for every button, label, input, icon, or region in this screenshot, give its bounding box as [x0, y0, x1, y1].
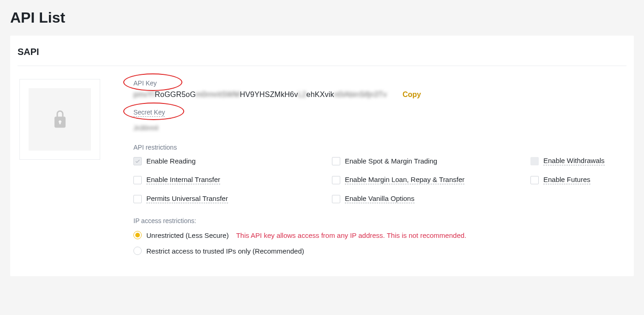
lock-icon [52, 108, 68, 131]
restriction-label: Permits Universal Transfer [146, 194, 228, 203]
restriction-checkbox[interactable]: Enable Margin Loan, Repay & Transfer [332, 176, 530, 184]
api-key-seg: ehKXvik [307, 91, 334, 98]
restriction-label: Enable Withdrawals [543, 157, 605, 165]
restriction-label: Enable Spot & Margin Trading [345, 157, 437, 165]
checkbox-icon [332, 195, 340, 203]
restrictions-title: API restrictions [133, 144, 626, 151]
api-key-seg: L2 [298, 91, 306, 98]
ip-option-label: Unrestricted (Less Secure) [146, 231, 229, 239]
ip-option-restricted[interactable]: Restrict access to trusted IPs only (Rec… [133, 247, 626, 255]
restriction-checkbox: Enable Withdrawals [530, 157, 626, 165]
page-title: API List [0, 0, 644, 36]
api-key-seg: pmvYI [133, 91, 155, 98]
api-name: SAPI [18, 47, 626, 66]
radio-selected-icon [133, 231, 142, 239]
radio-icon [133, 247, 142, 255]
api-key-seg: n0iAbinSifjn3Tv [334, 91, 387, 98]
secret-key-label: Secret Key [133, 109, 165, 117]
api-key-label: API Key [133, 79, 157, 87]
checkbox-icon [332, 157, 340, 165]
qr-placeholder [19, 79, 100, 160]
restrictions-grid: Enable ReadingEnable Spot & Margin Tradi… [133, 157, 626, 203]
checkbox-icon [332, 176, 340, 184]
restriction-checkbox[interactable]: Enable Vanilla Options [332, 194, 530, 203]
restriction-checkbox: Enable Reading [133, 157, 332, 165]
restriction-checkbox[interactable]: Enable Futures [530, 176, 626, 184]
restriction-checkbox[interactable]: Enable Spot & Margin Trading [332, 157, 530, 165]
checkbox-icon [133, 176, 142, 184]
checkbox-icon [133, 195, 142, 203]
api-card: SAPI API Key pmvYIRoGGR5oGm0rmritSWMHV9Y… [10, 36, 634, 276]
restriction-label: Enable Reading [146, 157, 196, 165]
ip-warning: This API key allows access from any IP a… [236, 231, 466, 239]
api-key-seg: m0rmritSWM [196, 91, 240, 98]
restriction-label: Enable Futures [543, 176, 590, 184]
ip-option-label: Restrict access to trusted IPs only (Rec… [146, 247, 304, 255]
ip-option-unrestricted[interactable]: Unrestricted (Less Secure) This API key … [133, 231, 626, 239]
restriction-label: Enable Internal Transfer [146, 176, 220, 184]
restriction-checkbox[interactable]: Permits Universal Transfer [133, 194, 332, 203]
restriction-label: Enable Vanilla Options [345, 194, 415, 203]
copy-button[interactable]: Copy [403, 91, 421, 99]
api-key-seg: RoGGR5oG [155, 91, 196, 98]
restriction-label: Enable Margin Loan, Repay & Transfer [345, 176, 464, 184]
api-key-value: pmvYIRoGGR5oGm0rmritSWMHV9YHSZMkH6vL2ehK… [133, 91, 387, 99]
api-key-seg: HV9YHSZMkH6v [240, 91, 298, 98]
restriction-checkbox[interactable]: Enable Internal Transfer [133, 176, 332, 184]
checkbox-icon [133, 157, 142, 165]
checkbox-icon [530, 176, 539, 184]
ip-restrictions-title: IP access restrictions: [133, 217, 626, 224]
checkbox-icon [530, 157, 539, 165]
secret-key-value: Jn30rmII [133, 124, 626, 132]
api-entry: API Key pmvYIRoGGR5oGm0rmritSWMHV9YHSZMk… [18, 66, 626, 262]
